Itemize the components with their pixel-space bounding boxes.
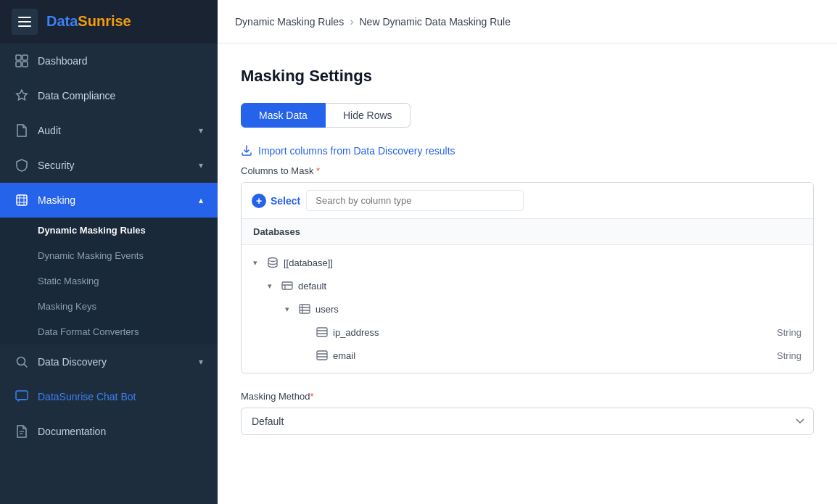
sidebar-item-data-format-converters[interactable]: Data Format Converters bbox=[0, 319, 218, 344]
sidebar-label-dashboard: Dashboard bbox=[38, 55, 88, 67]
svg-rect-3 bbox=[16, 55, 21, 60]
sidebar-item-data-discovery[interactable]: Data Discovery ▾ bbox=[0, 344, 218, 379]
submenu-label-converters: Data Format Converters bbox=[38, 326, 139, 337]
chevron-down-icon: ▾ bbox=[199, 125, 203, 136]
svg-rect-6 bbox=[22, 62, 28, 67]
submenu-label-static: Static Masking bbox=[38, 276, 99, 286]
breadcrumb-separator: › bbox=[350, 15, 353, 28]
hamburger-button[interactable] bbox=[12, 9, 38, 35]
db-header: Databases bbox=[242, 219, 813, 245]
sidebar-item-chatbot[interactable]: DataSunrise Chat Bot bbox=[0, 379, 218, 414]
masking-method-select[interactable]: Default Custom Partial Full bbox=[241, 408, 814, 435]
chevron-down-icon: ▾ bbox=[285, 305, 294, 314]
chevron-down-icon: ▾ bbox=[199, 160, 203, 170]
sidebar-item-static-masking[interactable]: Static Masking bbox=[0, 268, 218, 294]
import-link[interactable]: Import columns from Data Discovery resul… bbox=[241, 145, 814, 157]
submenu-label-keys: Masking Keys bbox=[38, 301, 96, 312]
column-icon bbox=[316, 349, 329, 362]
sidebar-item-dashboard[interactable]: Dashboard bbox=[0, 44, 218, 78]
tree-label-table: users bbox=[316, 304, 801, 315]
columns-box: + Select Databases ▾ bbox=[241, 182, 814, 373]
tree-row-table[interactable]: ▾ users bbox=[242, 297, 813, 321]
tree-row-database[interactable]: ▾ [[database]] bbox=[242, 251, 813, 274]
import-link-text: Import columns from Data Discovery resul… bbox=[258, 145, 455, 157]
main-content: Masking Settings Mask Data Hide Rows Imp… bbox=[218, 44, 837, 504]
sidebar-item-dynamic-masking-events[interactable]: Dynamic Masking Events bbox=[0, 243, 218, 268]
svg-point-12 bbox=[268, 258, 277, 262]
svg-rect-7 bbox=[17, 195, 27, 205]
svg-rect-0 bbox=[18, 17, 31, 18]
tab-mask-data[interactable]: Mask Data bbox=[241, 103, 326, 128]
select-button[interactable]: + Select bbox=[252, 194, 300, 208]
sidebar-item-security[interactable]: Security ▾ bbox=[0, 148, 218, 183]
star-icon bbox=[15, 88, 29, 103]
sidebar-label-audit: Audit bbox=[38, 125, 61, 136]
tab-row: Mask Data Hide Rows bbox=[241, 103, 814, 128]
shield-icon bbox=[15, 158, 29, 173]
sidebar-label-discovery: Data Discovery bbox=[38, 356, 107, 368]
tree-type-email: String bbox=[777, 350, 801, 361]
sidebar-label-chatbot: DataSunrise Chat Bot bbox=[38, 391, 136, 402]
database-tree: ▾ [[database]] ▾ bbox=[242, 245, 813, 373]
svg-rect-20 bbox=[317, 328, 327, 336]
plus-icon: + bbox=[252, 194, 266, 208]
grid-icon bbox=[15, 54, 29, 68]
sidebar-label-masking: Masking bbox=[38, 194, 75, 206]
doc-icon bbox=[15, 424, 29, 439]
tree-label-database: [[database]] bbox=[284, 257, 801, 268]
svg-rect-23 bbox=[317, 351, 327, 360]
tree-row-schema[interactable]: ▾ default bbox=[242, 274, 813, 297]
sidebar-item-dynamic-masking-rules[interactable]: Dynamic Masking Rules bbox=[0, 218, 218, 243]
logo: DataSunrise bbox=[46, 13, 131, 30]
svg-rect-13 bbox=[282, 282, 292, 289]
table-icon bbox=[298, 302, 311, 315]
chevron-down-icon: ▾ bbox=[253, 258, 262, 268]
search-icon bbox=[15, 355, 29, 369]
schema-icon bbox=[281, 279, 294, 292]
breadcrumb-current: New Dynamic Data Masking Rule bbox=[360, 16, 511, 28]
tree-label-schema: default bbox=[298, 281, 801, 292]
topbar: DataSunrise Dynamic Masking Rules › New … bbox=[0, 0, 837, 44]
chevron-down-icon: ▾ bbox=[268, 281, 276, 291]
breadcrumb-parent[interactable]: Dynamic Masking Rules bbox=[235, 16, 344, 28]
svg-rect-2 bbox=[18, 25, 31, 27]
database-icon bbox=[266, 256, 279, 269]
download-icon bbox=[241, 145, 252, 157]
chevron-down-icon: ▾ bbox=[199, 357, 203, 367]
columns-label: Columns to Mask * bbox=[241, 165, 814, 176]
sidebar-label-security: Security bbox=[38, 160, 75, 171]
file-icon bbox=[15, 123, 29, 138]
chat-icon bbox=[15, 389, 29, 404]
sidebar-item-data-compliance[interactable]: Data Compliance bbox=[0, 78, 218, 113]
tree-label-email: email bbox=[333, 350, 772, 361]
sidebar-item-masking[interactable]: Masking ▴ bbox=[0, 183, 218, 218]
svg-rect-9 bbox=[16, 391, 28, 400]
submenu-label-dynamic-rules: Dynamic Masking Rules bbox=[38, 225, 146, 236]
sidebar-item-documentation[interactable]: Documentation bbox=[0, 414, 218, 449]
layout: Dashboard Data Compliance Audit ▾ bbox=[0, 44, 837, 504]
sidebar-label-documentation: Documentation bbox=[38, 426, 106, 437]
masking-submenu: Dynamic Masking Rules Dynamic Masking Ev… bbox=[0, 218, 218, 344]
sidebar-item-audit[interactable]: Audit ▾ bbox=[0, 113, 218, 148]
svg-rect-16 bbox=[300, 305, 310, 313]
svg-rect-4 bbox=[22, 55, 28, 60]
breadcrumb: Dynamic Masking Rules › New Dynamic Data… bbox=[218, 15, 528, 28]
select-row: + Select bbox=[242, 183, 813, 219]
tab-hide-rows[interactable]: Hide Rows bbox=[326, 103, 411, 128]
svg-point-8 bbox=[17, 358, 25, 365]
tree-row-email[interactable]: email String bbox=[242, 344, 813, 367]
submenu-label-dynamic-events: Dynamic Masking Events bbox=[38, 250, 144, 261]
required-mark: * bbox=[316, 165, 320, 176]
tree-row-ip-address[interactable]: ip_address String bbox=[242, 321, 813, 344]
svg-rect-1 bbox=[18, 21, 31, 22]
logo-text-data: DataSunrise bbox=[46, 13, 131, 30]
cube-icon bbox=[15, 193, 29, 207]
sidebar-item-masking-keys[interactable]: Masking Keys bbox=[0, 294, 218, 319]
column-icon bbox=[316, 326, 329, 339]
svg-rect-5 bbox=[16, 62, 21, 67]
select-label: Select bbox=[271, 195, 300, 207]
tree-type-ip-address: String bbox=[777, 327, 801, 338]
chevron-up-icon: ▴ bbox=[199, 195, 203, 205]
sidebar: Dashboard Data Compliance Audit ▾ bbox=[0, 44, 218, 504]
search-input[interactable] bbox=[306, 190, 524, 211]
